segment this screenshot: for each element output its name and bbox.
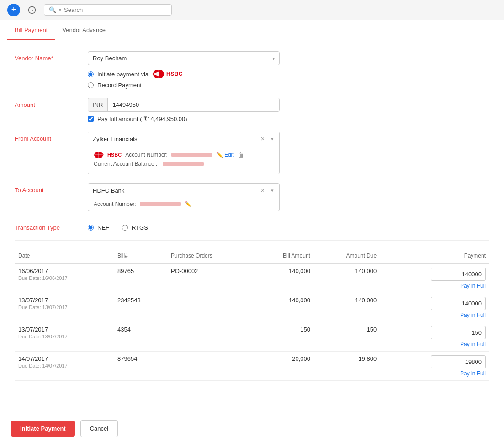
pay-in-full-link-1[interactable]: Pay in Full [460, 312, 486, 318]
tab-bill-payment[interactable]: Bill Payment [7, 20, 55, 40]
to-account-number-masked [140, 202, 181, 206]
edit-label: Edit [224, 152, 234, 158]
to-account-box: HDFC Bank × ▾ Account Number: ✏️ [88, 183, 280, 211]
hsbc-logo: HSBC [152, 70, 183, 78]
hsbc-bank-name: HSBC [166, 71, 183, 77]
cell-amount-due-0: 140,000 [314, 264, 380, 293]
pay-in-full-link-3[interactable]: Pay in Full [460, 370, 486, 377]
rtgs-radio[interactable]: RTGS [122, 224, 148, 231]
initiate-payment-radio[interactable]: Initiate payment via [88, 70, 280, 78]
from-account-box: Zylker Financials × ▾ [88, 132, 280, 174]
rtgs-label: RTGS [132, 224, 148, 231]
search-input[interactable] [64, 6, 167, 13]
cell-bill-amount-1: 140,000 [253, 293, 314, 322]
from-account-value: Zylker Financials [93, 136, 259, 142]
to-account-clear-btn[interactable]: × [259, 187, 266, 194]
from-account-row: From Account Zylker Financials × ▾ [15, 132, 489, 174]
cell-date-2: 13/07/2017 Due Date: 13/07/2017 [15, 322, 114, 352]
cell-po-3 [167, 352, 253, 381]
edit-icon: ✏️ [216, 152, 223, 158]
cell-bill-amount-3: 20,000 [253, 352, 314, 381]
account-number-masked [171, 153, 212, 157]
pay-full-row: Pay full amount ( ₹14,494,950.00) [88, 116, 280, 122]
from-account-label: From Account [15, 132, 88, 142]
cell-payment-2: Pay in Full [380, 322, 489, 352]
payment-input-0[interactable] [431, 268, 486, 281]
delete-account-btn[interactable]: 🗑 [238, 151, 244, 158]
payment-input-1[interactable] [431, 297, 486, 310]
to-account-select-row: HDFC Bank × ▾ [88, 184, 279, 197]
record-payment-radio[interactable]: Record Payment [88, 82, 280, 89]
cell-bill-3: 879654 [114, 352, 167, 381]
to-account-edit-icon[interactable]: ✏️ [185, 201, 191, 207]
cell-amount-due-3: 19,800 [314, 352, 380, 381]
add-button[interactable]: + [7, 4, 20, 16]
amount-currency: INR [88, 98, 108, 111]
amount-label: Amount [15, 98, 88, 108]
tab-vendor-advance[interactable]: Vendor Advance [55, 20, 113, 40]
cell-bill-0: 89765 [114, 264, 167, 293]
to-account-dropdown-btn[interactable]: ▾ [270, 188, 275, 194]
pay-in-full-link-0[interactable]: Pay in Full [460, 283, 486, 289]
col-bill-amount: Bill Amount [253, 248, 314, 264]
history-icon [28, 6, 36, 14]
to-account-row: To Account HDFC Bank × ▾ Account Number:… [15, 183, 489, 211]
cell-bill-2: 4354 [114, 322, 167, 352]
hsbc-hex-icon [152, 70, 165, 78]
payment-input-3[interactable] [431, 355, 486, 368]
to-account-control: HDFC Bank × ▾ Account Number: ✏️ [88, 183, 280, 211]
search-filter-dropdown[interactable]: ▾ [59, 7, 61, 12]
cell-date-0: 16/06/2017 Due Date: 16/06/2017 [15, 264, 114, 293]
cell-date-1: 13/07/2017 Due Date: 13/07/2017 [15, 293, 114, 322]
account-number-label: Account Number: [125, 152, 168, 158]
from-account-hsbc-icon [94, 151, 104, 159]
payment-method-group: Initiate payment via [88, 70, 280, 89]
cell-payment-0: Pay in Full [380, 264, 489, 293]
to-account-label: To Account [15, 183, 88, 194]
neft-radio[interactable]: NEFT [88, 224, 113, 231]
from-account-bank-name: HSBC [107, 152, 122, 158]
edit-account-link[interactable]: ✏️ Edit [216, 152, 234, 158]
vendor-name-control: Roy Becham ▾ Initiate payment via [88, 51, 280, 89]
amount-control: INR Pay full amount ( ₹14,494,950.00) [88, 98, 280, 122]
table-row: 16/06/2017 Due Date: 16/06/2017 89765 PO… [15, 264, 489, 293]
vendor-name-select[interactable]: Roy Becham [88, 51, 280, 65]
from-account-hsbc-logo [94, 151, 104, 159]
bills-table: Date Bill# Purchase Orders Bill Amount A… [15, 248, 489, 381]
from-account-dropdown-btn[interactable]: ▾ [270, 136, 275, 142]
payment-input-2[interactable] [431, 326, 486, 339]
pay-in-full-link-2[interactable]: Pay in Full [460, 341, 486, 347]
from-account-select-row: Zylker Financials × ▾ [88, 132, 279, 146]
from-account-number-row: HSBC Account Number: ✏️ Edit 🗑 [94, 151, 274, 159]
amount-input[interactable] [108, 98, 279, 111]
pay-full-checkbox[interactable] [88, 116, 94, 122]
col-po: Purchase Orders [167, 248, 253, 264]
record-payment-label: Record Payment [97, 82, 142, 89]
to-account-value: HDFC Bank [93, 187, 259, 194]
table-row: 13/07/2017 Due Date: 13/07/2017 2342543 … [15, 293, 489, 322]
table-header-row: Date Bill# Purchase Orders Bill Amount A… [15, 248, 489, 264]
account-balance-masked [163, 162, 204, 166]
main-content: Vendor Name* Roy Becham ▾ Initiate payme… [0, 40, 504, 412]
amount-input-wrap: INR [88, 98, 280, 112]
tabs-bar: Bill Payment Vendor Advance [0, 20, 504, 40]
col-date: Date [15, 248, 114, 264]
col-amount-due: Amount Due [314, 248, 380, 264]
vendor-name-label: Vendor Name* [15, 51, 88, 62]
from-account-details: HSBC Account Number: ✏️ Edit 🗑 Current A… [88, 146, 279, 174]
col-bill: Bill# [114, 248, 167, 264]
neft-label: NEFT [97, 224, 113, 231]
cell-po-0: PO-00002 [167, 264, 253, 293]
history-button[interactable] [26, 4, 38, 16]
from-account-clear-btn[interactable]: × [259, 135, 266, 142]
from-account-control: Zylker Financials × ▾ [88, 132, 280, 174]
vendor-name-row: Vendor Name* Roy Becham ▾ Initiate payme… [15, 51, 489, 89]
balance-label: Current Account Balance : [94, 161, 157, 167]
cell-po-1 [167, 293, 253, 322]
cell-bill-1: 2342543 [114, 293, 167, 322]
section-divider [15, 240, 489, 241]
pay-full-label: Pay full amount ( ₹14,494,950.00) [97, 116, 187, 122]
to-account-number-label: Account Number: [94, 201, 136, 207]
cell-date-3: 14/07/2017 Due Date: 14/07/2017 [15, 352, 114, 381]
transaction-type-control: NEFT RTGS [88, 221, 280, 231]
